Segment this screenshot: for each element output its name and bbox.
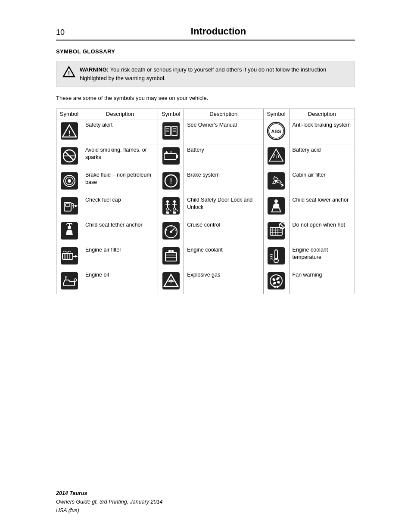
svg-rect-50: [162, 197, 180, 215]
fan-warning-symbol-cell: [263, 269, 289, 294]
engine-oil-desc: Engine oil: [82, 269, 158, 294]
svg-point-37: [68, 179, 71, 183]
safety-alert-symbol-cell: !: [56, 119, 82, 144]
check-fuel-cap-icon: [60, 196, 79, 215]
do-not-open-hot-symbol-cell: [263, 219, 289, 244]
engine-air-filter-symbol-cell: [56, 244, 82, 269]
engine-oil-icon: [60, 271, 79, 290]
svg-text:!: !: [170, 177, 172, 185]
svg-text:!: !: [68, 130, 70, 137]
footer-line2: Owners Guide gf, 3rd Printing, January 2…: [56, 498, 162, 506]
svg-text:!: !: [275, 154, 277, 161]
svg-rect-61: [166, 212, 169, 214]
svg-point-56: [173, 200, 176, 203]
check-fuel-cap-symbol-cell: [56, 194, 82, 219]
engine-air-filter-desc: Engine air filter: [82, 244, 158, 269]
no-smoking-desc: Avoid smoking, flames, or sparks: [82, 144, 158, 169]
engine-coolant-temp-desc: Engine coolant temperature: [289, 244, 355, 269]
page-header: 10 Introduction: [56, 26, 355, 40]
brake-system-desc: Brake system: [184, 169, 263, 194]
do-not-open-hot-desc: Do not open when hot: [289, 219, 355, 244]
owners-manual-desc: See Owner's Manual: [184, 119, 263, 144]
child-seat-lower-anchor-desc: Child seat lower anchor: [289, 194, 355, 219]
engine-coolant-desc: Engine coolant: [184, 244, 263, 269]
svg-point-119: [275, 280, 277, 282]
table-row: Child seat tether anchor: [56, 219, 355, 244]
svg-rect-25: [176, 155, 178, 158]
footer-title: 2014 Taurus: [56, 489, 162, 498]
battery-acid-icon: !: [267, 146, 286, 165]
svg-point-64: [274, 199, 278, 203]
engine-oil-symbol-cell: [56, 269, 82, 294]
engine-coolant-symbol-cell: [158, 244, 184, 269]
svg-rect-62: [173, 212, 176, 214]
battery-acid-desc: Battery acid: [289, 144, 355, 169]
brake-system-symbol-cell: !: [158, 169, 184, 194]
table-row: Brake fluid – non petroleum base ! Brake…: [56, 169, 355, 194]
brake-fluid-symbol-cell: [56, 169, 82, 194]
warning-triangle-icon: !: [62, 65, 75, 80]
svg-point-69: [68, 226, 71, 229]
child-seat-lower-symbol-cell: [263, 194, 289, 219]
cabin-air-icon: [267, 171, 286, 190]
svg-line-78: [175, 230, 176, 230]
fan-warning-icon: [267, 271, 286, 290]
check-fuel-cap-desc: Check fuel cap: [82, 194, 158, 219]
col-header-symbol-3: Symbol: [263, 109, 289, 119]
child-tether-symbol-cell: [56, 219, 82, 244]
symbol-table: Symbol Description Symbol Description Sy…: [56, 109, 355, 294]
abs-icon: ABS: [267, 121, 286, 140]
abs-symbol-cell: ABS: [263, 119, 289, 144]
col-header-symbol-2: Symbol: [158, 109, 184, 119]
explosive-gas-desc: Explosive gas: [184, 269, 263, 294]
footer-line3: USA (fus): [56, 506, 162, 515]
fan-warning-desc: Fan warning: [289, 269, 355, 294]
cruise-control-desc: Cruise control: [184, 219, 263, 244]
warning-text: WARNING: You risk death or serious injur…: [80, 65, 349, 82]
do-not-open-when-hot-icon: [267, 221, 286, 240]
brake-fluid-desc: Brake fluid – non petroleum base: [82, 169, 158, 194]
cabin-air-desc: Cabin air filter: [289, 169, 355, 194]
table-row: Check fuel cap: [56, 194, 355, 219]
no-smoking-symbol-cell: [56, 144, 82, 169]
col-header-symbol-1: Symbol: [56, 109, 82, 119]
intro-text: These are some of the symbols you may se…: [56, 94, 355, 103]
battery-symbol-cell: [158, 144, 184, 169]
cruise-control-symbol-cell: [158, 219, 184, 244]
safety-alert-icon: !: [60, 121, 79, 140]
svg-text:ABS: ABS: [271, 129, 281, 134]
engine-coolant-temperature-icon: [267, 246, 286, 265]
no-smoking-icon: [60, 146, 79, 165]
svg-line-109: [75, 281, 75, 282]
cabin-air-symbol-cell: [263, 169, 289, 194]
engine-coolant-icon: [162, 246, 181, 265]
explosive-gas-icon: [162, 271, 181, 290]
warning-body: You risk death or serious injury to your…: [80, 66, 326, 81]
safety-alert-desc: Safety alert: [82, 119, 158, 144]
child-safety-door-desc: Child Safety Door Lock and Unlock: [184, 194, 263, 219]
battery-icon: [162, 146, 181, 165]
table-row: ! Safety alert: [56, 119, 355, 144]
brake-fluid-icon: [60, 171, 79, 190]
brake-system-icon: !: [162, 171, 181, 190]
page-number: 10: [56, 28, 82, 37]
svg-point-42: [275, 180, 277, 182]
page-title: Introduction: [82, 26, 355, 37]
battery-desc: Battery: [184, 144, 263, 169]
page: 10 Introduction SYMBOL GLOSSARY ! WARNIN…: [0, 0, 411, 532]
warning-box: ! WARNING: You risk death or serious inj…: [56, 61, 355, 87]
col-header-desc-3: Description: [289, 109, 355, 119]
table-row: Engine oil: [56, 269, 355, 294]
child-seat-tether-anchor-icon: [60, 221, 79, 240]
owners-manual-symbol-cell: [158, 119, 184, 144]
svg-point-116: [170, 280, 172, 282]
section-heading: SYMBOL GLOSSARY: [56, 48, 355, 55]
battery-acid-symbol-cell: !: [263, 144, 289, 169]
svg-text:!: !: [68, 70, 70, 77]
col-header-desc-2: Description: [184, 109, 263, 119]
warning-bold: WARNING:: [80, 66, 109, 73]
owners-manual-icon: [162, 121, 181, 140]
table-row: Avoid smoking, flames, or sparks: [56, 144, 355, 169]
child-safety-door-symbol-cell: [158, 194, 184, 219]
engine-air-filter-icon: [60, 246, 79, 265]
